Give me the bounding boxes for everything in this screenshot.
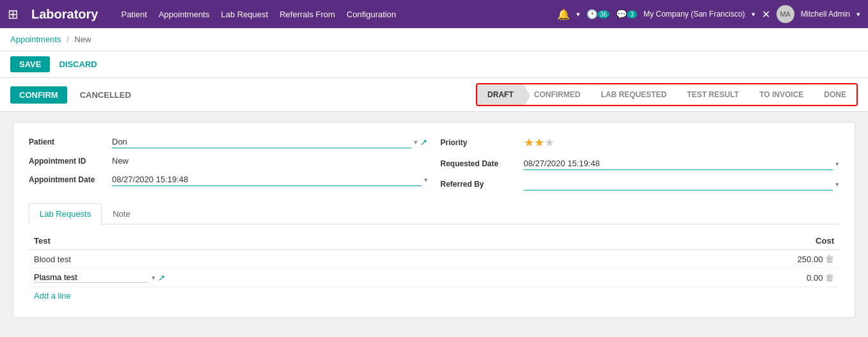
save-button[interactable]: SAVE — [10, 56, 50, 72]
form-card: Patient ▾ ➚ Appointment ID New Appointme… — [13, 122, 855, 318]
patient-external-link-icon[interactable]: ➚ — [420, 137, 428, 147]
confirm-button[interactable]: CONFIRM — [10, 86, 67, 104]
nav-links: Patient Appointments Lab Request Referra… — [121, 10, 546, 19]
referred-by-dropdown-arrow[interactable]: ▾ — [835, 180, 839, 189]
action-bar: SAVE DISCARD — [0, 51, 868, 78]
referred-by-input[interactable] — [524, 178, 833, 191]
close-button[interactable]: ✕ — [762, 8, 770, 20]
add-line-button[interactable]: Add a line — [29, 287, 76, 304]
referred-by-input-group: ▾ — [524, 178, 840, 191]
tab-note[interactable]: Note — [102, 203, 141, 224]
main-content: Patient ▾ ➚ Appointment ID New Appointme… — [0, 112, 868, 328]
user-name[interactable]: Mitchell Admin — [801, 10, 850, 19]
priority-stars[interactable]: ★★★ — [524, 136, 555, 150]
pipeline-step-confirmed[interactable]: CONFIRMED — [524, 84, 591, 105]
delete-row-0-icon[interactable]: 🗑 — [825, 254, 834, 264]
col-test-header: Test — [29, 232, 638, 250]
pipeline-container: DRAFT CONFIRMED LAB REQUESTED TEST RESUL… — [476, 83, 858, 106]
company-dropdown-arrow[interactable]: ▾ — [752, 10, 755, 19]
breadcrumb: Appointments / New — [0, 28, 868, 51]
nav-right: 🔔 ▾ 🕐 36 💬 3 My Company (San Francisco) … — [557, 5, 860, 23]
appointment-date-label: Appointment Date — [29, 175, 106, 184]
clock-badge[interactable]: 🕐 36 — [587, 9, 610, 19]
app-grid-icon[interactable]: ⊞ — [8, 6, 19, 22]
top-navigation: ⊞ Laboratory Patient Appointments Lab Re… — [0, 0, 868, 28]
appointment-id-row: Appointment ID New — [29, 156, 428, 166]
breadcrumb-current: New — [74, 35, 91, 44]
plasma-external-link-icon[interactable]: ➚ — [158, 272, 166, 283]
nav-lab-request[interactable]: Lab Request — [221, 10, 268, 19]
pipeline-step-to-invoice[interactable]: TO INVOICE — [749, 84, 814, 105]
nav-patient[interactable]: Patient — [121, 10, 146, 19]
cancelled-button[interactable]: CANCELLED — [75, 86, 136, 104]
table-row: ▾ ➚ 0.00 🗑 — [29, 269, 839, 287]
nav-referrals[interactable]: Referrals From — [280, 10, 335, 19]
app-title: Laboratory — [31, 7, 98, 22]
pipeline-step-lab-requested[interactable]: LAB REQUESTED — [590, 84, 677, 105]
user-avatar[interactable]: MA — [777, 5, 794, 23]
nav-appointments[interactable]: Appointments — [159, 10, 210, 19]
table-row: Blood test 250.00 🗑 — [29, 250, 839, 269]
patient-input[interactable] — [112, 136, 411, 148]
appointment-id-label: Appointment ID — [29, 157, 106, 166]
chat-badge[interactable]: 💬 3 — [616, 9, 637, 19]
patient-label: Patient — [29, 137, 106, 146]
nav-configuration[interactable]: Configuration — [347, 10, 396, 19]
delete-row-1-icon[interactable]: 🗑 — [825, 272, 834, 283]
patient-input-group: ▾ ➚ — [112, 136, 428, 148]
requested-date-row: Requested Date ▾ — [441, 157, 840, 170]
status-bar: CONFIRM CANCELLED DRAFT CONFIRMED LAB RE… — [0, 78, 868, 112]
bell-dropdown[interactable]: ▾ — [576, 10, 580, 19]
bell-icon[interactable]: 🔔 — [557, 8, 570, 20]
requested-date-label: Requested Date — [441, 159, 517, 168]
breadcrumb-separator: / — [67, 35, 69, 44]
breadcrumb-parent[interactable]: Appointments — [10, 35, 61, 44]
plasma-dropdown-arrow[interactable]: ▾ — [152, 274, 155, 282]
user-dropdown-arrow[interactable]: ▾ — [856, 10, 860, 19]
appointment-date-row: Appointment Date ▾ — [29, 173, 428, 186]
referred-by-row: Referred By ▾ — [441, 178, 840, 191]
referred-by-label: Referred By — [441, 180, 517, 189]
requested-date-input[interactable] — [524, 157, 833, 170]
form-grid: Patient ▾ ➚ Appointment ID New Appointme… — [29, 136, 839, 191]
priority-row: Priority ★★★ — [441, 136, 840, 150]
requested-date-input-group: ▾ — [524, 157, 840, 170]
clock-icon: 🕐 — [587, 9, 597, 19]
appointment-date-input[interactable] — [112, 173, 422, 186]
pipeline-step-test-result[interactable]: TEST RESULT — [677, 84, 749, 105]
pipeline-step-done[interactable]: DONE — [814, 84, 856, 105]
lab-table: Test Cost Blood test 250.00 🗑 — [29, 232, 839, 287]
right-fields: Priority ★★★ Requested Date ▾ Referred B… — [441, 136, 840, 191]
priority-label: Priority — [441, 138, 517, 147]
discard-button[interactable]: DISCARD — [55, 56, 100, 72]
appointment-date-dropdown-arrow[interactable]: ▾ — [424, 176, 428, 184]
requested-date-dropdown-arrow[interactable]: ▾ — [835, 160, 839, 168]
company-selector[interactable]: My Company (San Francisco) — [643, 10, 745, 19]
chat-icon: 💬 — [616, 9, 627, 19]
patient-row: Patient ▾ ➚ — [29, 136, 428, 148]
left-fields: Patient ▾ ➚ Appointment ID New Appointme… — [29, 136, 428, 191]
tab-lab-requests[interactable]: Lab Requests — [29, 203, 102, 224]
test-cell-0: Blood test — [29, 250, 638, 269]
cost-cell-0: 250.00 🗑 — [638, 250, 839, 269]
col-cost-header: Cost — [638, 232, 839, 250]
tabs: Lab Requests Note — [29, 203, 839, 224]
cost-cell-1: 0.00 🗑 — [638, 269, 839, 287]
pipeline-step-draft[interactable]: DRAFT — [477, 84, 524, 105]
appointment-id-value: New — [112, 156, 428, 166]
appointment-date-input-group: ▾ — [112, 173, 428, 186]
test-cell-1: ▾ ➚ — [29, 269, 638, 287]
plasma-test-input[interactable] — [34, 272, 149, 283]
patient-dropdown-arrow[interactable]: ▾ — [414, 138, 418, 146]
clock-count: 36 — [597, 10, 610, 19]
chat-count: 3 — [627, 10, 637, 19]
